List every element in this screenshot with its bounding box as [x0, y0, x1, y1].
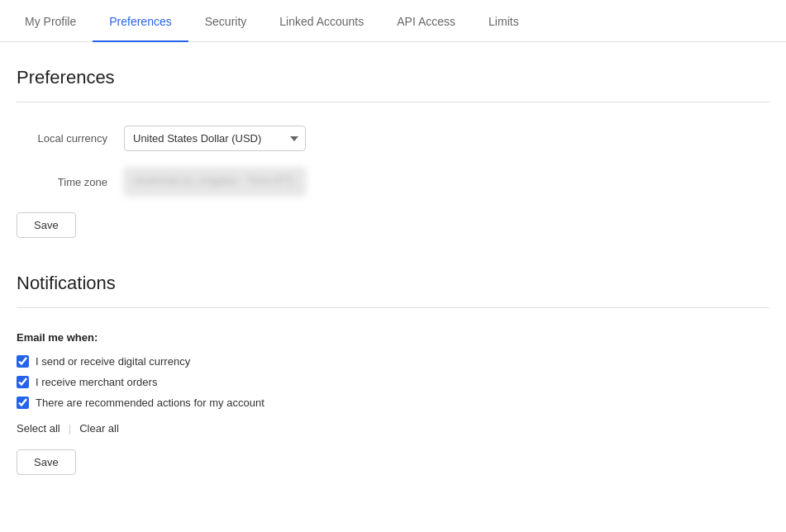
tab-bar: My Profile Preferences Security Linked A…: [0, 0, 786, 42]
notification-checkboxes: I send or receive digital currency I rec…: [17, 355, 769, 409]
preferences-save-button[interactable]: Save: [17, 212, 76, 238]
timezone-row: Time zone America/Los_Angeles - Time (PT…: [17, 168, 769, 196]
timezone-label: Time zone: [17, 176, 124, 188]
checkbox-item-recommended-actions[interactable]: There are recommended actions for my acc…: [17, 397, 769, 409]
currency-label: Local currency: [17, 132, 124, 145]
notifications-title: Notifications: [17, 273, 769, 294]
preferences-section: Preferences Local currency United States…: [17, 67, 769, 264]
notifications-save-row: Save: [17, 449, 769, 501]
pipe-divider: |: [69, 422, 71, 435]
preferences-title: Preferences: [17, 67, 769, 88]
tab-limits[interactable]: Limits: [472, 0, 536, 41]
checkbox-recommended-actions[interactable]: [17, 397, 29, 409]
currency-row: Local currency United States Dollar (USD…: [17, 126, 769, 151]
notifications-divider: [17, 307, 769, 308]
tab-api-access[interactable]: API Access: [380, 0, 472, 41]
tab-security[interactable]: Security: [188, 0, 264, 41]
tab-my-profile[interactable]: My Profile: [17, 0, 93, 41]
select-clear-row: Select all | Clear all: [17, 422, 769, 435]
checkbox-merchant-orders[interactable]: [17, 376, 29, 388]
checkbox-item-send-receive[interactable]: I send or receive digital currency: [17, 355, 769, 368]
timezone-field[interactable]: America/Los_Angeles - Time (PT): [124, 168, 306, 196]
checkbox-send-receive[interactable]: [17, 355, 29, 368]
main-content: Preferences Local currency United States…: [0, 42, 786, 518]
preferences-divider: [17, 102, 769, 102]
email-me-label: Email me when:: [17, 331, 769, 344]
notifications-save-button[interactable]: Save: [17, 449, 76, 475]
select-all-link[interactable]: Select all: [17, 422, 60, 435]
notifications-section: Notifications Email me when: I send or r…: [17, 273, 769, 501]
preferences-save-row: Save: [17, 212, 769, 264]
currency-select[interactable]: United States Dollar (USD): [124, 126, 306, 151]
clear-all-link[interactable]: Clear all: [79, 422, 119, 435]
tab-linked-accounts[interactable]: Linked Accounts: [263, 0, 380, 41]
tab-preferences[interactable]: Preferences: [93, 0, 188, 41]
checkbox-item-merchant-orders[interactable]: I receive merchant orders: [17, 376, 769, 388]
